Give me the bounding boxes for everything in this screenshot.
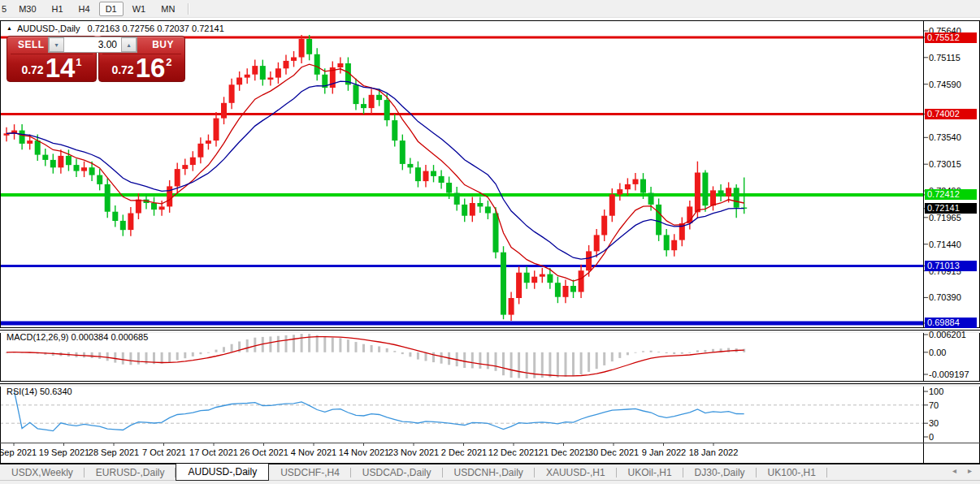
sell-price-prefix: 0.72: [21, 63, 43, 76]
volume-increase-button[interactable]: ▴: [121, 37, 137, 52]
collapse-arrow-icon[interactable]: ▲: [7, 25, 12, 31]
sell-price-button[interactable]: 0.72 14 1: [7, 54, 96, 81]
chart-ohlc-values: 0.72163 0.72756 0.72037 0.72141: [88, 24, 224, 33]
buy-price-pip: 2: [166, 56, 171, 68]
buy-price-button[interactable]: 0.72 16 2: [99, 54, 184, 81]
price-tick-label: 0.70390: [929, 292, 979, 302]
chart-title: ▲AUDUSD-,Daily0.72163 0.72756 0.72037 0.…: [7, 24, 224, 33]
price-level-label: 0.74002: [925, 109, 977, 119]
indicator-axis-label: 30: [929, 418, 979, 428]
chart-tab-dj30-daily[interactable]: DJ30-,Daily: [683, 465, 757, 481]
buy-button[interactable]: BUY: [152, 39, 174, 50]
price-tick-label: 0.73540: [929, 132, 979, 142]
price-tick-label: 0.73015: [929, 159, 979, 169]
price-level-label: 0.69884: [925, 318, 977, 328]
macd-label: MACD(12,26,9) 0.000384 0.000685: [7, 332, 148, 342]
timeframe-button-h4[interactable]: H4: [72, 2, 97, 16]
price-axis-border: [923, 20, 924, 463]
volume-spinner: ▾ ▴: [48, 37, 137, 53]
toolbar-separator: [188, 3, 189, 15]
mt4-window: 5M30H1H4D1W1MN ▲AUDUSD-,Daily0.72163 0.7…: [0, 0, 980, 484]
volume-decrease-button[interactable]: ▾: [49, 37, 64, 52]
indicator-axis-label: 0: [929, 432, 979, 442]
price-level-label: 0.75512: [925, 32, 977, 43]
chart-tab-bar: USDX,WeeklyEURUSD-,DailyAUDUSD-,DailyUSD…: [0, 464, 980, 481]
time-axis-label: 18 Jan 2022: [683, 447, 744, 457]
rsi-label: RSI(14) 50.6340: [7, 387, 72, 396]
chart-tab-audusd-daily[interactable]: AUDUSD-,Daily: [176, 464, 269, 481]
indicator-axis-label: 100: [929, 387, 979, 396]
chart-tab-usdcnh-daily[interactable]: USDCNH-,Daily: [443, 465, 535, 481]
chart-tab-usdx-weekly[interactable]: USDX,Weekly: [0, 465, 85, 481]
tab-scroll-right-icon[interactable]: ▸: [968, 466, 972, 475]
price-tick-label: 0.71965: [929, 213, 979, 223]
timeframe-button-w1[interactable]: W1: [126, 2, 153, 16]
current-price-label: 0.72141: [925, 203, 977, 214]
chart-plot-area[interactable]: [1, 21, 923, 443]
chart-symbol-label: AUDUSD-,Daily: [17, 24, 80, 33]
rsi-pane-splitter[interactable]: [0, 381, 980, 387]
chart-tab-usdchf-h4[interactable]: USDCHF-,H4: [269, 465, 351, 481]
indicator-axis-label: 70: [929, 400, 979, 410]
chart-tab-usdcad-daily[interactable]: USDCAD-,Daily: [351, 465, 443, 481]
sell-price-big: 14: [46, 56, 76, 80]
sell-price-pip: 1: [76, 56, 81, 68]
timeframe-button-d1[interactable]: D1: [99, 2, 124, 16]
chart-tab-uk100-h1[interactable]: UK100-,H1: [757, 465, 827, 481]
buy-price-big: 16: [136, 56, 166, 80]
timeframe-button-5[interactable]: 5: [0, 2, 10, 16]
sell-button[interactable]: SELL: [18, 39, 45, 50]
volume-input[interactable]: [64, 37, 121, 52]
price-tick-label: 0.75115: [929, 53, 979, 63]
indicator-axis-label: 0.00: [929, 348, 979, 357]
price-level-label: 0.71013: [925, 261, 977, 271]
chart-tab-xauusd-h1[interactable]: XAUUSD-,H1: [535, 465, 617, 481]
price-tick-label: 0.71440: [929, 240, 979, 249]
timeframe-button-mn[interactable]: MN: [154, 2, 181, 16]
timeframe-button-m30[interactable]: M30: [12, 2, 42, 16]
indicator-axis-label: 0.006201: [929, 330, 979, 339]
indicator-axis-label: -0.009197: [929, 369, 979, 379]
buy-price-prefix: 0.72: [111, 63, 133, 76]
tab-scroll-left-icon[interactable]: ◂: [952, 466, 956, 475]
time-axis-border: [0, 443, 980, 443]
timeframe-toolbar: 5M30H1H4D1W1MN: [0, 0, 980, 18]
status-strip: [0, 480, 980, 484]
chart-tab-ukoil-h1[interactable]: UKOil-,H1: [617, 465, 683, 481]
chart-tab-eurusd-daily[interactable]: EURUSD-,Daily: [85, 465, 176, 481]
price-tick-label: 0.74590: [929, 80, 979, 89]
price-level-label: 0.72412: [925, 189, 977, 200]
timeframe-button-h1[interactable]: H1: [46, 2, 70, 16]
